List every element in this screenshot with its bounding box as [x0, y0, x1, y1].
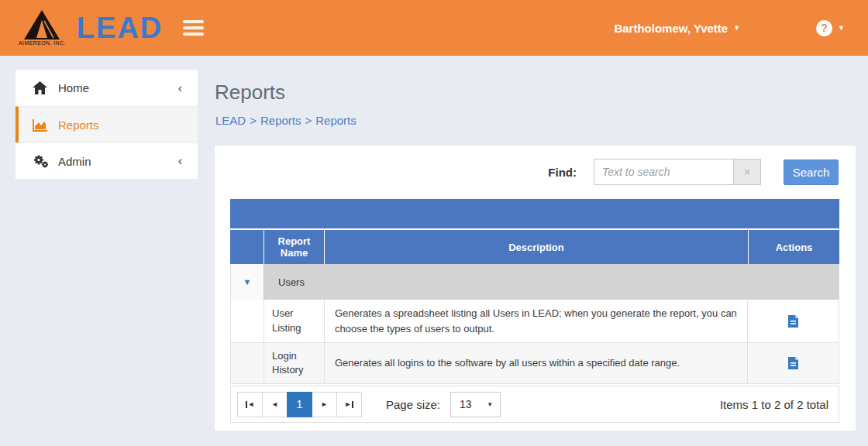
sidebar-item-label: Reports: [58, 118, 99, 132]
breadcrumb-separator: >: [305, 114, 312, 127]
menu-toggle-button[interactable]: [181, 15, 205, 40]
last-page-icon: [352, 401, 353, 408]
breadcrumb-separator: >: [250, 114, 257, 127]
chevron-left-icon: ‹: [178, 82, 182, 94]
generate-report-button[interactable]: [788, 315, 798, 328]
grid-header-row: Report Name Description Actions: [230, 230, 839, 264]
breadcrumb-link-lead[interactable]: LEAD: [215, 114, 246, 127]
group-row-users: ▼ Users: [230, 264, 839, 300]
group-collapse-button[interactable]: ▼: [231, 264, 264, 300]
sidebar-item-label: Admin: [58, 155, 91, 168]
sidebar-item-label: Home: [58, 81, 89, 94]
help-icon: ?: [816, 20, 832, 36]
report-description-cell: Generates a spreadsheet listing all User…: [325, 300, 747, 342]
user-menu-button[interactable]: Bartholomew, Yvette ▼: [614, 22, 740, 35]
column-header-report-name[interactable]: Report Name: [264, 230, 324, 264]
close-icon: ×: [744, 166, 750, 178]
report-description-cell: Generates all logins to the software by …: [325, 343, 747, 383]
next-page-icon: ►: [321, 400, 328, 408]
sidebar-item-admin[interactable]: Admin ‹: [16, 142, 198, 179]
sidebar-item-reports[interactable]: Reports: [16, 106, 198, 142]
last-page-button[interactable]: ►: [336, 392, 362, 417]
logo-caption: AIMEREON, INC.: [19, 40, 66, 46]
reports-grid: Report Name Description Actions ▼ Users …: [230, 199, 839, 423]
first-page-icon: ◄: [248, 400, 255, 408]
items-count-text: Items 1 to 2 of 2 total: [720, 398, 828, 411]
search-bar: Find: × Search: [548, 159, 839, 185]
row-expander-cell: [231, 343, 264, 383]
sidebar-item-home[interactable]: Home ‹: [16, 70, 198, 106]
report-name-cell: User Listing: [264, 300, 325, 342]
user-name: Bartholomew, Yvette: [614, 22, 728, 35]
caret-down-icon: ▼: [487, 401, 493, 408]
caret-down-icon: ▼: [838, 24, 845, 32]
area-chart-icon: [33, 118, 51, 132]
report-document-icon: [788, 357, 798, 369]
hamburger-icon: [183, 20, 204, 23]
breadcrumb-current[interactable]: Reports: [315, 114, 356, 127]
previous-page-icon: ◄: [271, 400, 278, 408]
report-name-cell: Login History: [264, 343, 325, 383]
generate-report-button[interactable]: [788, 357, 798, 369]
content-panel: Find: × Search Report Name Description A…: [215, 146, 856, 431]
report-actions-cell: [747, 300, 839, 342]
pagination-bar: ◄ ◄ 1 ► ► Page size: 13 ▼ Items 1 to 2 o…: [230, 386, 839, 423]
table-row: Login History Generates all logins to th…: [230, 343, 839, 384]
grid-toolbar: [230, 199, 839, 228]
first-page-icon: [246, 401, 247, 408]
home-icon: [33, 81, 51, 94]
logo-triangle-icon: [24, 10, 60, 39]
expander-column-header: [230, 230, 264, 264]
page-size-select[interactable]: 13 ▼: [450, 392, 501, 417]
breadcrumb: LEAD>Reports>Reports: [215, 114, 356, 127]
gears-icon: [33, 154, 51, 168]
page-title: Reports: [215, 81, 285, 105]
column-header-description[interactable]: Description: [324, 230, 748, 264]
column-header-actions[interactable]: Actions: [748, 230, 839, 264]
search-box: ×: [594, 159, 761, 185]
caret-down-icon: ▼: [243, 277, 252, 286]
first-page-button[interactable]: ◄: [237, 392, 263, 417]
search-button[interactable]: Search: [784, 160, 839, 185]
app-logo[interactable]: AIMEREON, INC.: [19, 10, 66, 46]
group-label: Users: [264, 264, 839, 300]
next-page-button[interactable]: ►: [312, 392, 337, 417]
page-size-label: Page size:: [386, 398, 440, 411]
page-1-button[interactable]: 1: [287, 392, 312, 417]
last-page-icon: ►: [345, 400, 352, 408]
caret-down-icon: ▼: [733, 24, 740, 32]
chevron-left-icon: ‹: [178, 155, 182, 167]
report-actions-cell: [747, 343, 839, 383]
report-document-icon: [788, 315, 798, 328]
app-header: AIMEREON, INC. LEAD Bartholomew, Yvette …: [0, 0, 868, 56]
help-menu-button[interactable]: ? ▼: [816, 20, 845, 36]
lead-wordmark: LEAD: [77, 0, 163, 56]
row-expander-cell: [231, 300, 264, 342]
table-row: User Listing Generates a spreadsheet lis…: [230, 300, 839, 343]
sidebar: Home ‹ Reports: [16, 70, 198, 179]
page-size-value: 13: [460, 398, 472, 410]
clear-search-button[interactable]: ×: [733, 160, 760, 184]
breadcrumb-link-reports[interactable]: Reports: [260, 114, 301, 127]
search-input[interactable]: [594, 160, 733, 184]
previous-page-button[interactable]: ◄: [262, 392, 288, 417]
find-label: Find:: [548, 166, 577, 179]
